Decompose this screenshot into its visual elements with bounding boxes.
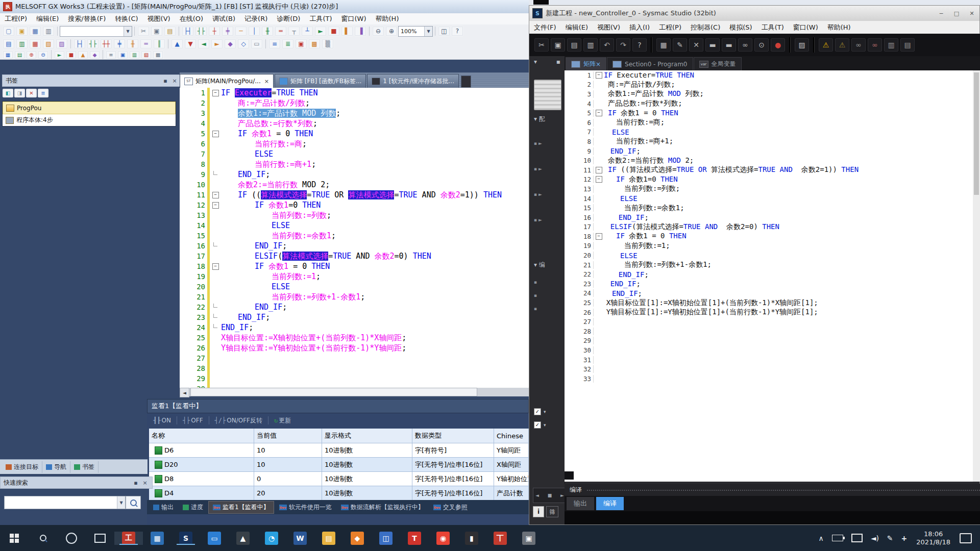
panel-icon[interactable]: ▬: [705, 38, 720, 52]
help-icon[interactable]: ?: [632, 38, 647, 52]
cortana-button[interactable]: [57, 533, 86, 544]
sysmac-menu-1[interactable]: 文件(F): [529, 22, 561, 33]
new-file-icon[interactable]: ▢: [3, 26, 15, 36]
paste-icon[interactable]: ▤: [567, 38, 581, 52]
tree-node-icon[interactable]: ▪ ►: [530, 189, 542, 200]
gx-menu-10[interactable]: 工具(T): [305, 13, 336, 24]
search-button[interactable]: [29, 535, 57, 541]
toolbar2-icon-6[interactable]: ├┤: [74, 39, 86, 49]
nav-left-icon[interactable]: ◄: [535, 493, 539, 498]
sysmac-menu-2[interactable]: 编辑(E): [561, 22, 593, 33]
toolbar3-icon-1[interactable]: ▦: [3, 51, 13, 59]
document-tab-3[interactable]: 1 [软元件/缓冲存储器批...: [367, 74, 459, 88]
tree-node-icon[interactable]: ▪: [530, 290, 537, 301]
maximize-button[interactable]: □: [949, 8, 964, 18]
sysmac-menu-6[interactable]: 控制器(C): [686, 22, 725, 33]
print-icon[interactable]: ▥: [42, 26, 55, 36]
gx-menu-3[interactable]: 搜索/替换(F): [63, 13, 110, 24]
fold-collapse-icon[interactable]: −: [212, 263, 219, 270]
tim-app[interactable]: T: [400, 532, 429, 545]
bottom-tab-进度[interactable]: 进度: [179, 502, 207, 513]
checkbox-row[interactable]: ✓▾: [530, 406, 546, 417]
search-binocular-icon[interactable]: ⊙: [754, 38, 769, 52]
pane-tab-书签[interactable]: 书签: [70, 461, 99, 473]
device-comment-icon[interactable]: ═: [275, 26, 287, 36]
toolbar2-icon-19[interactable]: ▭: [251, 39, 263, 49]
ladder-vline-icon[interactable]: │: [248, 26, 260, 36]
scrollbar-thumb[interactable]: [974, 72, 979, 195]
bottom-tab-监看1【监看中】[interactable]: Dev监看1【监看中】: [208, 501, 274, 514]
battery-icon[interactable]: [832, 535, 843, 541]
toolbar2-icon-20[interactable]: ≡: [268, 39, 281, 49]
note-icon[interactable]: ┴: [301, 26, 313, 36]
quick-search-button[interactable]: [126, 496, 141, 509]
build-tab-输出[interactable]: 输出: [567, 497, 594, 510]
undo-icon[interactable]: ↶: [600, 38, 614, 52]
clock[interactable]: 18:062021/8/18: [916, 530, 950, 546]
watch-row-D20[interactable]: D201010进制数字[无符号]/位串[16位]X轴间距: [149, 458, 529, 472]
toolbar3-icon-13[interactable]: ▩: [153, 51, 163, 59]
fold-collapse-icon[interactable]: −: [596, 176, 602, 183]
quick-search-input[interactable]: ▼: [4, 496, 126, 509]
toolbar2-icon-13[interactable]: ▲: [171, 39, 183, 49]
gx-menu-7[interactable]: 调试(B): [208, 13, 240, 24]
toolbar3-icon-10[interactable]: ▣: [117, 51, 128, 59]
sysmac-studio-app[interactable]: S: [172, 532, 200, 545]
online-icon[interactable]: ▦: [656, 38, 671, 52]
close-icon[interactable]: ×: [264, 78, 269, 85]
toolbar2-icon-12[interactable]: ║: [153, 39, 165, 49]
fold-collapse-icon[interactable]: −: [212, 90, 219, 96]
variable-table-icon[interactable]: ▤: [900, 38, 915, 52]
rebuild-warning-icon[interactable]: ⚠: [835, 38, 849, 52]
pin-icon[interactable]: ▪: [161, 78, 169, 84]
checkbox-row[interactable]: ✓▾: [530, 419, 546, 431]
nav-page-icon[interactable]: ■: [548, 493, 552, 498]
gx-works3-app[interactable]: 工: [114, 532, 143, 545]
toolbar2-icon-2[interactable]: ▥: [16, 39, 28, 49]
ladder-block-icon[interactable]: ╫: [261, 26, 274, 36]
watch-glasses-icon[interactable]: ∞: [851, 38, 866, 52]
gx-menu-6[interactable]: 在线(O): [175, 13, 208, 24]
toolbar3-icon-8[interactable]: ◆: [89, 51, 100, 59]
gx-menu-1[interactable]: 工程(P): [0, 13, 32, 24]
pin-icon[interactable]: ▪: [132, 480, 140, 486]
sysmac-st-code-editor[interactable]: 1−IF Executer=TRUE THEN2商:=产品计数/列数;3余数1:…: [565, 70, 973, 482]
pin-icon[interactable]: ▪: [556, 58, 560, 65]
grey-app[interactable]: ▣: [514, 532, 543, 545]
toolbar3-icon-12[interactable]: ▧: [141, 51, 152, 59]
network-icon[interactable]: [851, 534, 863, 542]
monitor-start-icon[interactable]: ►: [314, 26, 327, 36]
gx-menu-12[interactable]: 帮助(H): [371, 13, 404, 24]
bookmark-delete-icon[interactable]: ✕: [26, 89, 37, 97]
monitor-glasses-icon[interactable]: ∞: [738, 38, 752, 52]
document-tab-1[interactable]: 矩阵 ×: [566, 57, 606, 70]
transfer-icon[interactable]: ▨: [795, 38, 809, 52]
gx-horizontal-scrollbar[interactable]: ◄: [180, 388, 529, 396]
toolbar2-icon-22[interactable]: ▣: [295, 39, 307, 49]
photos-app[interactable]: ▲: [229, 532, 257, 545]
tree-node-icon[interactable]: ▪ ►: [530, 138, 542, 149]
cut-icon[interactable]: ✂: [534, 38, 549, 52]
task-view-button[interactable]: [86, 534, 114, 543]
document-tab-3[interactable]: var全局变量: [694, 57, 742, 70]
toolbar2-icon-1[interactable]: ▤: [3, 39, 15, 49]
close-icon[interactable]: ×: [596, 61, 601, 68]
hidden-icons-chevron[interactable]: ∧: [818, 534, 823, 542]
start-button[interactable]: [0, 534, 29, 543]
spreadsheet-app[interactable]: ▦: [143, 532, 172, 545]
touch-icon[interactable]: +: [901, 534, 908, 542]
window-split-icon[interactable]: ◫: [438, 26, 450, 36]
ladder-coil-icon[interactable]: ┼: [208, 26, 220, 36]
toolbar3-icon-7[interactable]: ▲: [78, 51, 88, 59]
nav-right-icon[interactable]: ►: [560, 493, 564, 498]
toolbar3-icon-3[interactable]: ⊕: [26, 51, 37, 59]
toolbar2-icon-5[interactable]: ▨: [56, 39, 68, 49]
close-icon[interactable]: ×: [170, 78, 179, 84]
edit-icon[interactable]: ✎: [673, 38, 687, 52]
io-map-icon[interactable]: ▥: [884, 38, 898, 52]
toolbar2-icon-10[interactable]: ╫: [127, 39, 139, 49]
edge-window-app[interactable]: ▭: [200, 532, 229, 545]
sysmac-menu-3[interactable]: 视图(V): [593, 22, 625, 33]
toolbar2-icon-23[interactable]: ▩: [308, 39, 321, 49]
pane-tab-连接目标[interactable]: 连接目标: [2, 461, 42, 473]
